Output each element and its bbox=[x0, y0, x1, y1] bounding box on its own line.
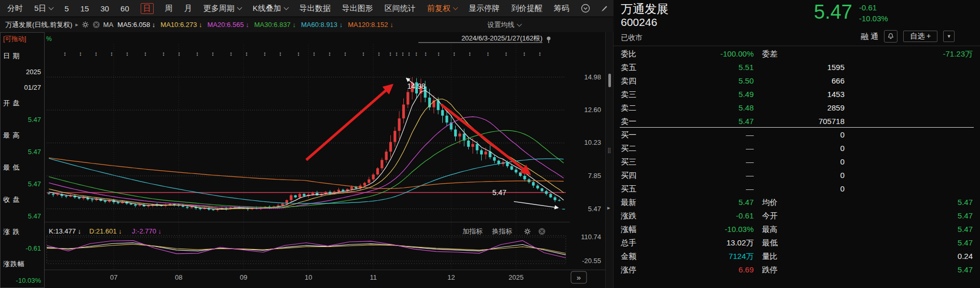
kdj-axis-top-label: 110.74 bbox=[581, 233, 601, 241]
candle-body bbox=[355, 187, 357, 188]
candle-body bbox=[393, 131, 396, 142]
toolbar-item-日[interactable]: 日 bbox=[141, 3, 154, 14]
kdj-gear-icon[interactable] bbox=[524, 228, 530, 235]
corner-percent-label: % bbox=[46, 35, 52, 43]
toolbar-item-导出图形[interactable]: 导出图形 bbox=[342, 4, 373, 13]
toolbar-item-5日[interactable]: 5日 bbox=[34, 4, 53, 13]
candle-body bbox=[541, 188, 543, 191]
candle-body bbox=[130, 203, 132, 204]
candle-body bbox=[199, 208, 201, 209]
scrollbar-thumb[interactable] bbox=[608, 74, 611, 87]
ohlc-label: 最 低 bbox=[3, 163, 41, 172]
toolbar-item-区间统计[interactable]: 区间统计 bbox=[385, 4, 416, 13]
event-marker-icon: ↕ bbox=[401, 50, 404, 57]
depth-price: — bbox=[746, 130, 754, 139]
toolbar-item-到价提醒[interactable]: 到价提醒 bbox=[511, 4, 542, 13]
toolbar-item-月[interactable]: 月 bbox=[184, 4, 192, 13]
candle-body bbox=[385, 152, 388, 160]
depth-price: — bbox=[746, 144, 754, 153]
ohlc-value: -10.03% bbox=[3, 277, 41, 284]
toolbar-item-前复权[interactable]: 前复权 bbox=[427, 4, 457, 13]
ma-values: MA5:6.058 ↓MA10:6.273 ↓MA20:6.565 ↓MA30:… bbox=[117, 21, 393, 29]
toolbar-item-显示停牌[interactable]: 显示停牌 bbox=[469, 4, 500, 13]
candle-body bbox=[441, 110, 444, 116]
brush-icon[interactable] bbox=[600, 4, 609, 13]
event-marker-icon: ↕ bbox=[505, 50, 508, 57]
depth-price: 5.50 bbox=[739, 76, 754, 85]
toolbar-item-周[interactable]: 周 bbox=[165, 4, 173, 13]
event-marker-icon: ↕ bbox=[63, 50, 66, 57]
event-marker-icon: ↕ bbox=[468, 50, 471, 57]
candle-body bbox=[519, 172, 522, 176]
depth-level-label: 买二 bbox=[621, 144, 636, 154]
event-marker-icon: ↕ bbox=[297, 50, 300, 57]
time-axis-label: 09 bbox=[240, 273, 247, 281]
stock-terminal-window: 分时5日5153060日周月更多周期K线叠加导出数据导出图形区间统计前复权显示停… bbox=[0, 0, 980, 288]
switch-indicator-button[interactable]: 换指标 bbox=[492, 227, 512, 235]
stat-label: 涨幅 bbox=[621, 225, 636, 235]
splitter-grip-icon[interactable]: ⣿ bbox=[607, 147, 611, 153]
candle-body bbox=[342, 190, 344, 191]
expand-triangle-icon[interactable]: ▸ bbox=[75, 21, 78, 28]
candle-body bbox=[402, 104, 405, 118]
stat-label: 总手 bbox=[621, 238, 636, 248]
date-range-label: 2024/6/3-2025/1/27(162根) bbox=[461, 34, 542, 42]
stat-label-2: 跌停 bbox=[762, 265, 778, 275]
ohlc-value: -0.61 bbox=[3, 244, 41, 252]
stat-label-2: 量比 bbox=[762, 252, 778, 262]
event-marker-icon: ↕ bbox=[110, 50, 113, 57]
depth-level-label: 买五 bbox=[621, 184, 636, 194]
toolbar-item-K线叠加[interactable]: K线叠加 bbox=[253, 4, 288, 13]
candle-body bbox=[290, 195, 292, 200]
candle-body bbox=[484, 152, 487, 154]
depth-price: — bbox=[746, 157, 754, 166]
event-marker-icon: ↕ bbox=[94, 50, 98, 57]
period-toolbar: 分时5日5153060日周月更多周期K线叠加导出数据导出图形区间统计前复权显示停… bbox=[0, 0, 614, 17]
event-marker-icon: ↕ bbox=[328, 50, 331, 57]
draggable-label: [可拖动] bbox=[3, 35, 41, 44]
add-indicator-button[interactable]: 加指标 bbox=[462, 227, 483, 235]
circle-chevron-down-icon[interactable] bbox=[581, 4, 590, 13]
stat-value: 13.02万 bbox=[726, 238, 754, 248]
toolbar-item-30[interactable]: 30 bbox=[100, 4, 109, 13]
depth-level-label: 卖一 bbox=[621, 117, 636, 127]
event-marker-icon: ↕ bbox=[377, 50, 380, 57]
gear-icon[interactable] bbox=[81, 21, 89, 29]
stat-value-2: 5.47 bbox=[958, 211, 973, 220]
collapse-panel-icon[interactable]: ▸ bbox=[607, 204, 610, 211]
ohlc-label: 最 高 bbox=[3, 131, 41, 140]
candle-body bbox=[104, 201, 106, 202]
stat-value: 7124万 bbox=[729, 252, 754, 262]
toolbar-item-筹码[interactable]: 筹码 bbox=[554, 4, 569, 13]
stat-label-2: 最低 bbox=[762, 238, 778, 248]
toolbar-item-15[interactable]: 15 bbox=[80, 4, 89, 13]
toolbar-item-5[interactable]: 5 bbox=[64, 4, 69, 13]
depth-volume: 0 bbox=[840, 184, 845, 193]
candle-body bbox=[367, 180, 370, 183]
candle-body bbox=[303, 194, 305, 196]
toolbar-item-导出数据[interactable]: 导出数据 bbox=[300, 4, 331, 13]
ma-settings-button[interactable]: 设置均线 bbox=[487, 20, 521, 30]
candle-body bbox=[91, 199, 93, 200]
candle-body bbox=[212, 210, 214, 210]
candle-body bbox=[536, 186, 539, 188]
stat-label: 涨跌 bbox=[621, 211, 636, 221]
kline-chart[interactable]: 14.9812.6010.237.855.47%2024/6/3-2025/1/… bbox=[45, 32, 614, 288]
ma-settings-label: 设置均线 bbox=[487, 20, 514, 30]
toolbar-item-60[interactable]: 60 bbox=[120, 4, 129, 13]
event-marker-icon: ↕ bbox=[279, 50, 282, 57]
stat-value-2: 5.47 bbox=[958, 238, 973, 247]
quote-row: 卖五5.511595 bbox=[614, 61, 980, 75]
toolbar-item-分时[interactable]: 分时 bbox=[7, 4, 23, 13]
ask-bid-divider bbox=[620, 127, 974, 128]
pin-icon[interactable] bbox=[547, 37, 551, 40]
ohlc-info-panel[interactable]: [可拖动]日 期202501/27开 盘5.47最 高5.47最 低5.47收 … bbox=[0, 32, 45, 288]
candle-body bbox=[467, 141, 470, 147]
depth-volume: 0 bbox=[840, 157, 845, 166]
event-marker-icon: ↕ bbox=[126, 50, 129, 57]
ohlc-value: 5.47 bbox=[3, 212, 41, 220]
chevron-down-icon bbox=[49, 5, 54, 10]
close-indicator-icon[interactable] bbox=[92, 21, 100, 29]
panel-splitter[interactable]: ⣿ ▸ bbox=[605, 32, 614, 288]
toolbar-item-更多周期[interactable]: 更多周期 bbox=[203, 4, 241, 13]
